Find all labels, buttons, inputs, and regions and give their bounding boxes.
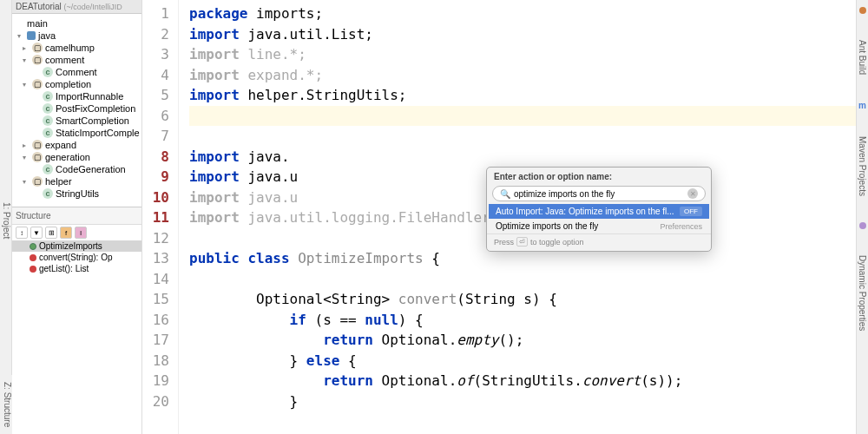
search-icon: 🔍	[500, 189, 510, 199]
tree-label: camelhump	[45, 43, 95, 53]
code-line[interactable]: return Optional.empty();	[189, 330, 856, 351]
tree-item[interactable]: ▾▢completion	[14, 78, 140, 90]
popup-results[interactable]: Auto Import: Java: Optimize imports on t…	[489, 204, 709, 233]
project-path: (~/code/IntelliJID	[64, 3, 122, 11]
tree-item[interactable]: ▸▢camelhump	[14, 42, 140, 54]
tree-item[interactable]: cStringUtils	[14, 187, 140, 200]
popup-search-input[interactable]	[514, 189, 684, 199]
code-line[interactable]: } else {	[189, 351, 856, 372]
class-icon: c	[43, 91, 53, 102]
project-sidebar: DEATutorial (~/code/IntelliJID main▾java…	[12, 0, 142, 434]
java-icon	[27, 31, 36, 40]
code-line[interactable]: if (s == null) {	[189, 310, 856, 331]
tree-label: SmartCompletion	[56, 115, 129, 126]
tree-item[interactable]: ▸▢expand	[14, 139, 140, 151]
field-icon[interactable]: f	[60, 227, 72, 239]
class-icon	[30, 243, 36, 250]
code-line[interactable]	[189, 126, 856, 147]
expand-icon[interactable]: ⊞	[45, 227, 57, 239]
code-editor[interactable]: 1234567891011121314151617181920 package …	[142, 0, 856, 434]
code-line[interactable]	[189, 106, 856, 127]
tree-label: generation	[45, 152, 90, 162]
tree-label: helper	[45, 176, 72, 187]
tree-item[interactable]: cSmartCompletion	[14, 115, 140, 127]
tree-label: main	[27, 18, 48, 29]
arrow-icon: ▾	[23, 178, 30, 186]
package-icon: ▢	[32, 176, 43, 187]
code-line[interactable]: import expand.*;	[189, 65, 856, 86]
structure-item[interactable]: convert(String): Op	[12, 252, 141, 263]
project-tool-gutter[interactable]: 1: Project	[0, 0, 12, 434]
popup-result-item[interactable]: Auto Import: Java: Optimize imports on t…	[489, 204, 709, 219]
toggle-badge[interactable]: OFF	[680, 207, 702, 216]
structure-tree[interactable]: OptimizeImportsconvert(String): OpgetLis…	[12, 240, 141, 274]
code-line[interactable]: import line.*;	[189, 44, 856, 65]
tree-label: StaticImportComple	[56, 128, 140, 138]
tree-item[interactable]: cImportRunnable	[14, 90, 140, 102]
package-icon: ▢	[32, 55, 43, 65]
tree-item[interactable]: cCodeGeneration	[14, 163, 140, 175]
arrow-icon: ▾	[23, 56, 30, 64]
package-icon: ▢	[32, 79, 43, 89]
ant-build-tab[interactable]: Ant Build	[858, 40, 867, 75]
arrow-icon: ▸	[23, 44, 30, 52]
tree-label: ImportRunnable	[56, 91, 123, 102]
method-icon	[30, 254, 36, 261]
structure-toolbar[interactable]: ↕ ▼ ⊞ f I	[12, 225, 141, 240]
tree-item[interactable]: cPostFixCompletion	[14, 102, 140, 115]
tree-label: PostFixCompletion	[56, 103, 135, 114]
class-icon: c	[43, 115, 53, 126]
project-tree[interactable]: main▾java▸▢camelhump▾▢commentcComment▾▢c…	[12, 14, 141, 203]
structure-label: getList(): List	[39, 264, 89, 273]
structure-item[interactable]: OptimizeImports	[12, 240, 141, 252]
code-line[interactable]: import helper.StringUtils;	[189, 85, 856, 106]
tree-item[interactable]: ▾▢comment	[14, 54, 140, 66]
class-icon: c	[43, 164, 53, 174]
tree-item[interactable]: cStaticImportComple	[14, 127, 140, 139]
structure-item[interactable]: getList(): List	[12, 263, 141, 274]
structure-title: Structure	[12, 207, 141, 225]
code-line[interactable]: return Optional.of(StringUtils.convert(s…	[189, 371, 856, 391]
pref-label: Preferences	[660, 222, 702, 231]
tree-label: Comment	[56, 67, 97, 77]
filter-icon[interactable]: ▼	[30, 227, 43, 239]
popup-result-item[interactable]: Optimize imports on the flyPreferences	[489, 219, 709, 233]
tree-item[interactable]: ▾java	[14, 30, 140, 42]
code-line[interactable]: import java.util.List;	[189, 24, 856, 45]
tree-label: comment	[45, 55, 84, 65]
popup-search-box[interactable]: 🔍 ✕	[492, 186, 706, 201]
inherit-icon[interactable]: I	[75, 227, 87, 239]
code-line[interactable]: }	[189, 391, 856, 412]
method-icon	[30, 266, 36, 273]
popup-title: Enter action or option name:	[487, 168, 711, 184]
tree-item[interactable]: ▾▢generation	[14, 151, 140, 163]
tree-item[interactable]: ▾▢helper	[14, 175, 140, 187]
tree-item[interactable]: main	[14, 17, 140, 30]
find-action-popup: Enter action or option name: 🔍 ✕ Auto Im…	[486, 167, 712, 252]
dynamic-tab[interactable]: Dynamic Properties	[858, 255, 867, 331]
right-tool-gutter[interactable]: Ant Build m Maven Projects Dynamic Prope…	[856, 0, 868, 434]
tree-item[interactable]: cComment	[14, 66, 140, 78]
clear-icon[interactable]: ✕	[687, 188, 698, 199]
class-icon: c	[43, 103, 53, 114]
code-line[interactable]: import java.	[189, 147, 856, 168]
popup-footer: Press ⏎ to toggle option	[487, 233, 711, 251]
sort-icon[interactable]: ↕	[16, 227, 28, 239]
class-icon: c	[43, 67, 53, 77]
project-header: DEATutorial (~/code/IntelliJID	[12, 0, 141, 14]
return-key-icon: ⏎	[516, 237, 528, 247]
arrow-icon: ▾	[17, 32, 24, 40]
structure-tool-gutter[interactable]: Z: Structure	[0, 375, 12, 434]
code-line[interactable]	[189, 269, 856, 290]
structure-label: OptimizeImports	[39, 241, 102, 251]
tree-label: StringUtils	[56, 188, 99, 199]
maven-icon: m	[858, 101, 866, 110]
code-line[interactable]: package imports;	[189, 3, 856, 24]
package-icon: ▢	[32, 43, 43, 53]
maven-tab[interactable]: Maven Projects	[858, 136, 867, 196]
tree-label: expand	[45, 140, 76, 150]
package-icon: ▢	[32, 152, 43, 162]
code-line[interactable]: Optional<String> convert(String s) {	[189, 289, 856, 310]
project-name: DEATutorial	[16, 2, 62, 11]
class-icon: c	[43, 128, 53, 138]
